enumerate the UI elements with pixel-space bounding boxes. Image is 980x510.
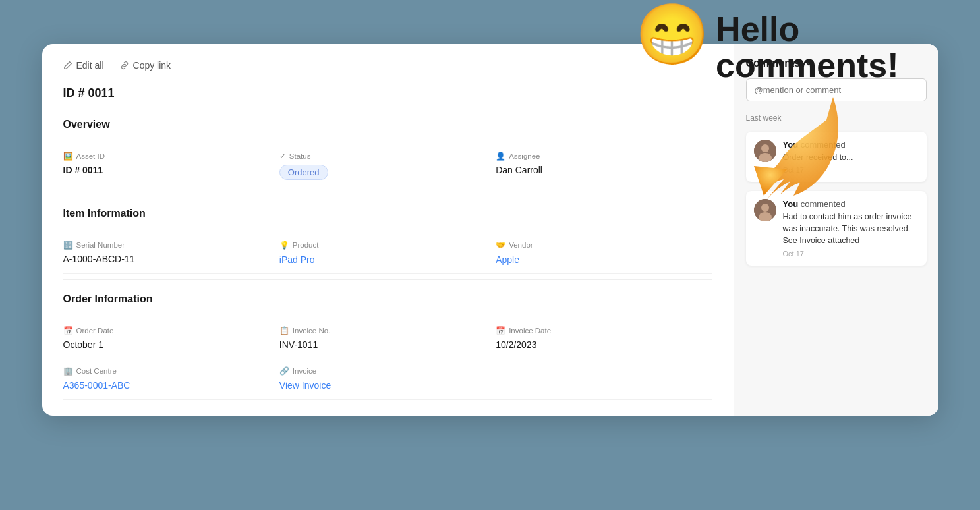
invoice-date-field: 📅 Invoice Date 10/2/2023: [496, 318, 712, 358]
product-field: 💡 Product iPad Pro: [279, 233, 496, 274]
item-info-fields: 🔢 Serial Number A-1000-ABCD-11 💡 Product…: [63, 233, 712, 274]
vendor-link[interactable]: Apple: [496, 254, 519, 265]
cost-centre-field: 🏢 Cost Centre A365-0001-ABC: [63, 358, 279, 400]
serial-number-label: 🔢 Serial Number: [63, 241, 279, 250]
asset-id-icon: 🖼️: [63, 152, 73, 161]
invoice-no-label: 📋 Invoice No.: [279, 326, 496, 335]
status-field: ✓ Status Ordered: [279, 144, 496, 188]
cost-centre-link[interactable]: A365-0001-ABC: [63, 380, 130, 391]
order-info-section-title: Order Information: [63, 293, 712, 305]
avatar: [754, 199, 776, 221]
invoice-field: 🔗 Invoice View Invoice: [279, 358, 496, 400]
comment-header-row: You commented Had to contact him as orde…: [754, 199, 919, 257]
arrow-decoration: [741, 84, 859, 202]
cost-centre-icon: 🏢: [63, 366, 73, 376]
invoice-date-label: 📅 Invoice Date: [496, 326, 712, 335]
order-info-fields-row2: 🏢 Cost Centre A365-0001-ABC 🔗 Invoice Vi…: [63, 358, 712, 400]
empty-field: [496, 358, 712, 400]
copy-link-label: Copy link: [133, 60, 171, 71]
assignee-label: 👤 Assignee: [496, 152, 712, 161]
serial-number-field: 🔢 Serial Number A-1000-ABCD-11: [63, 233, 279, 274]
invoice-no-field: 📋 Invoice No. INV-1011: [279, 318, 496, 358]
edit-icon: [63, 61, 72, 70]
smiley-emoji: 😁: [635, 5, 709, 64]
status-value: Ordered: [279, 165, 496, 180]
vendor-icon: 🤝: [496, 241, 505, 250]
overview-section-title: Overview: [63, 119, 712, 130]
order-date-field: 📅 Order Date October 1: [63, 318, 279, 358]
assignee-value: Dan Carroll: [496, 165, 712, 175]
cost-centre-label: 🏢 Cost Centre: [63, 366, 279, 376]
order-info-fields-row1: 📅 Order Date October 1 📋 Invoice No. INV…: [63, 318, 712, 358]
item-info-divider: [63, 279, 712, 280]
svg-marker-0: [754, 166, 787, 196]
edit-all-label: Edit all: [76, 60, 104, 71]
invoice-label: 🔗 Invoice: [279, 366, 496, 376]
vendor-field: 🤝 Vendor Apple: [496, 233, 712, 274]
record-id-heading: ID # 0011: [63, 86, 712, 100]
invoice-date-icon: 📅: [496, 326, 505, 335]
invoice-date-value: 10/2/2023: [496, 339, 712, 350]
asset-id-field: 🖼️ Asset ID ID # 0011: [63, 144, 279, 188]
invoice-no-icon: 📋: [279, 326, 289, 335]
comment-date: Oct 17: [783, 250, 919, 258]
serial-number-value: A-1000-ABCD-11: [63, 254, 279, 264]
edit-all-button[interactable]: Edit all: [63, 60, 104, 71]
view-invoice-link[interactable]: View Invoice: [279, 380, 331, 391]
product-icon: 💡: [279, 241, 289, 250]
status-badge: Ordered: [279, 165, 328, 180]
comment-body: You commented Had to contact him as orde…: [783, 199, 919, 257]
invoice-icon: 🔗: [279, 366, 289, 376]
order-date-icon: 📅: [63, 326, 73, 335]
order-date-value: October 1: [63, 339, 279, 350]
order-date-label: 📅 Order Date: [63, 326, 279, 335]
serial-number-icon: 🔢: [63, 241, 73, 250]
assignee-icon: 👤: [496, 152, 505, 161]
link-icon: [120, 61, 129, 70]
product-label: 💡 Product: [279, 241, 496, 250]
invoice-no-value: INV-1011: [279, 339, 496, 350]
assignee-field: 👤 Assignee Dan Carroll: [496, 144, 712, 188]
left-panel: Edit all Copy link ID # 0011 Overview 🖼️: [42, 44, 734, 416]
toolbar: Edit all Copy link: [63, 60, 712, 71]
overview-fields: 🖼️ Asset ID ID # 0011 ✓ Status Ordered: [63, 144, 712, 188]
overview-divider: [63, 194, 712, 194]
svg-point-5: [761, 204, 769, 212]
vendor-label: 🤝 Vendor: [496, 241, 712, 250]
asset-id-label: 🖼️ Asset ID: [63, 152, 279, 161]
copy-link-button[interactable]: Copy link: [120, 60, 171, 71]
status-icon: ✓: [279, 152, 286, 161]
hello-text: Hello comments!: [716, 11, 898, 83]
item-info-section-title: Item Information: [63, 208, 712, 219]
page-wrapper: 😁 Hello comments!: [42, 44, 938, 466]
hello-comments-decoration: 😁 Hello comments!: [635, 5, 898, 83]
status-label: ✓ Status: [279, 152, 496, 161]
asset-id-value: ID # 0011: [63, 165, 279, 175]
comment-text: Had to contact him as order invoice was …: [783, 211, 919, 246]
product-link[interactable]: iPad Pro: [279, 254, 315, 265]
